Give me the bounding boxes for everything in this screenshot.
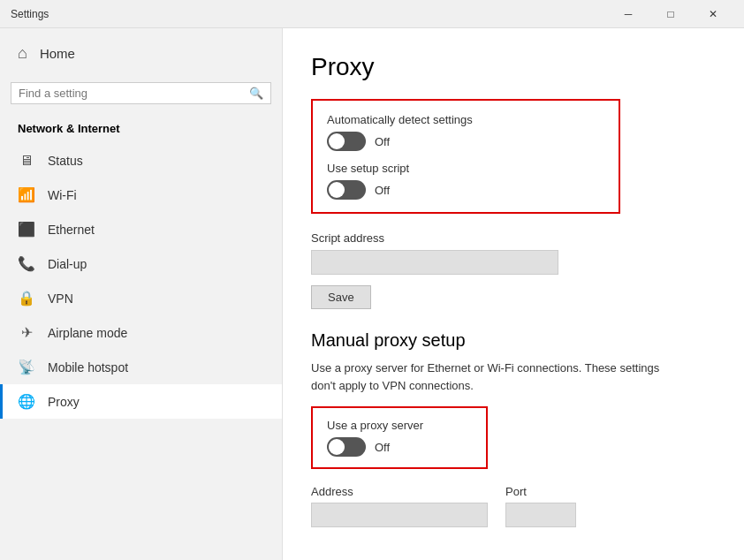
- sidebar-section-title: Network & Internet: [0, 115, 282, 144]
- sidebar-item-ethernet[interactable]: ⬛ Ethernet: [0, 212, 282, 246]
- auto-detect-toggle[interactable]: [327, 132, 366, 151]
- ethernet-icon: ⬛: [18, 221, 35, 238]
- home-label: Home: [40, 46, 75, 61]
- content-area: Proxy Automatically detect settings Off …: [283, 28, 744, 560]
- use-proxy-label: Use a proxy server: [327, 419, 472, 432]
- setup-script-toggle[interactable]: [327, 180, 366, 200]
- hotspot-icon: 📡: [18, 359, 35, 375]
- address-port-row: Address Port: [311, 485, 716, 527]
- manual-proxy-title: Manual proxy setup: [311, 330, 716, 351]
- app-body: ⌂ Home 🔍 Network & Internet 🖥 Status 📶 W…: [0, 28, 744, 560]
- use-proxy-section: Use a proxy server Off: [311, 406, 488, 469]
- use-proxy-state: Off: [375, 441, 390, 454]
- sidebar-item-proxy[interactable]: 🌐 Proxy: [0, 384, 282, 419]
- setup-script-label: Use setup script: [327, 162, 604, 175]
- address-group: Address: [311, 485, 488, 527]
- sidebar-item-vpn[interactable]: 🔒 VPN: [0, 281, 282, 315]
- sidebar-item-label-dialup: Dial-up: [48, 257, 87, 271]
- sidebar-item-label-vpn: VPN: [48, 291, 73, 306]
- wifi-icon: 📶: [18, 186, 35, 203]
- script-address-input[interactable]: [311, 250, 558, 275]
- sidebar-item-label-wifi: Wi-Fi: [48, 188, 77, 202]
- sidebar-item-status[interactable]: 🖥 Status: [0, 144, 282, 178]
- sidebar-item-home[interactable]: ⌂ Home: [0, 28, 282, 79]
- sidebar: ⌂ Home 🔍 Network & Internet 🖥 Status 📶 W…: [0, 28, 283, 560]
- sidebar-item-label-hotspot: Mobile hotspot: [48, 360, 128, 375]
- port-input[interactable]: [505, 503, 576, 527]
- setup-script-state: Off: [375, 184, 390, 197]
- app-title: Settings: [11, 8, 49, 20]
- auto-detect-toggle-row: Off: [327, 132, 604, 151]
- use-proxy-toggle[interactable]: [327, 437, 366, 457]
- window-controls: ─ □ ✕: [608, 0, 733, 28]
- status-icon: 🖥: [18, 153, 35, 169]
- sidebar-item-label-ethernet: Ethernet: [48, 223, 95, 237]
- sidebar-item-dialup[interactable]: 📞 Dial-up: [0, 246, 282, 281]
- auto-detect-label: Automatically detect settings: [327, 113, 604, 126]
- address-label: Address: [311, 485, 488, 498]
- sidebar-item-airplane[interactable]: ✈ Airplane mode: [0, 315, 282, 350]
- auto-detect-state: Off: [375, 135, 390, 148]
- sidebar-item-label-status: Status: [48, 154, 83, 168]
- script-address-label: Script address: [311, 231, 716, 245]
- proxy-icon: 🌐: [18, 393, 35, 410]
- setup-script-toggle-row: Off: [327, 180, 604, 200]
- page-title: Proxy: [311, 53, 716, 81]
- sidebar-item-label-proxy: Proxy: [48, 395, 80, 409]
- sidebar-item-label-airplane: Airplane mode: [48, 326, 127, 340]
- sidebar-item-hotspot[interactable]: 📡 Mobile hotspot: [0, 350, 282, 384]
- search-icon[interactable]: 🔍: [249, 87, 263, 100]
- port-group: Port: [505, 485, 576, 527]
- home-icon: ⌂: [18, 44, 27, 63]
- automatic-proxy-section: Automatically detect settings Off Use se…: [311, 99, 620, 214]
- titlebar: Settings ─ □ ✕: [0, 0, 744, 28]
- save-button[interactable]: Save: [311, 285, 371, 309]
- maximize-button[interactable]: □: [650, 0, 691, 28]
- address-input[interactable]: [311, 503, 488, 527]
- use-proxy-toggle-row: Off: [327, 437, 472, 457]
- vpn-icon: 🔒: [18, 290, 35, 306]
- search-input[interactable]: [19, 87, 249, 100]
- airplane-icon: ✈: [18, 324, 35, 341]
- manual-proxy-desc: Use a proxy server for Ethernet or Wi-Fi…: [311, 359, 682, 394]
- close-button[interactable]: ✕: [693, 0, 733, 28]
- dialup-icon: 📞: [18, 255, 35, 272]
- port-label: Port: [505, 485, 576, 498]
- search-box[interactable]: 🔍: [11, 82, 271, 104]
- sidebar-item-wifi[interactable]: 📶 Wi-Fi: [0, 178, 282, 212]
- minimize-button[interactable]: ─: [608, 0, 649, 28]
